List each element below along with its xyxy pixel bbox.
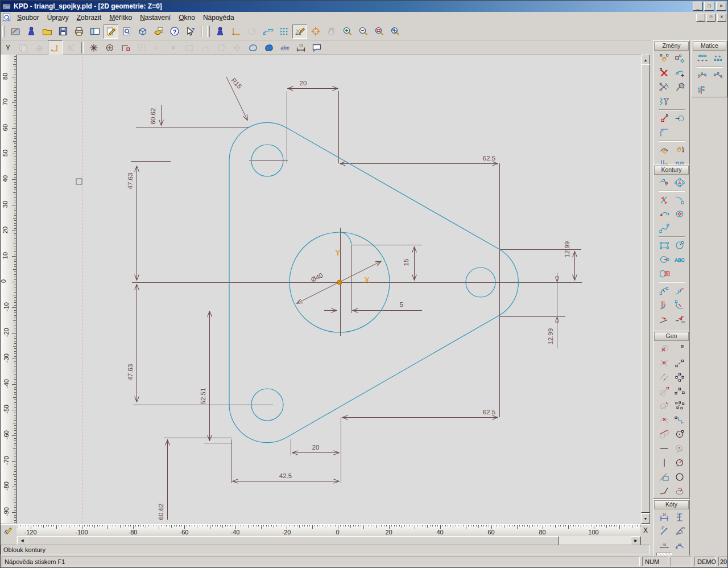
rebuild-hammer-button[interactable] bbox=[672, 80, 688, 94]
tangent-two-circles-button[interactable] bbox=[656, 427, 672, 441]
component-button[interactable] bbox=[24, 24, 39, 39]
menu-meritko[interactable]: Měřítko bbox=[105, 13, 136, 23]
contour-ellipse-m-button[interactable]: M bbox=[656, 266, 672, 281]
print-button[interactable] bbox=[72, 24, 86, 39]
rotate-element-button[interactable] bbox=[672, 142, 688, 157]
vertical-scroll-thumb[interactable] bbox=[641, 64, 650, 513]
mode-annotation-button[interactable] bbox=[309, 40, 324, 55]
contour-rectangle-button[interactable] bbox=[656, 238, 672, 252]
ruler-corner-tool[interactable] bbox=[1, 524, 16, 536]
dim-horizontal-button[interactable]: 10 bbox=[656, 510, 672, 524]
ortho-mode-button[interactable] bbox=[48, 40, 63, 55]
tangent-angle-button[interactable] bbox=[656, 398, 672, 413]
drag-arc-button[interactable] bbox=[656, 142, 672, 157]
horizontal-line-button[interactable] bbox=[656, 441, 672, 455]
move-node-button[interactable] bbox=[656, 111, 672, 125]
select-transform-button[interactable] bbox=[672, 51, 688, 65]
snap-point-button[interactable] bbox=[86, 40, 101, 55]
zoom-all-button[interactable] bbox=[388, 24, 403, 39]
contour-arc-end-button[interactable] bbox=[672, 192, 688, 207]
palette-koty-title[interactable]: Kóty bbox=[654, 500, 689, 509]
restore-button[interactable]: ❐ bbox=[704, 2, 714, 11]
context-help-button[interactable]: ? bbox=[183, 24, 198, 39]
toolbar-handle[interactable] bbox=[2, 26, 5, 37]
parallel-offset-button[interactable] bbox=[656, 370, 672, 384]
window-layout-button[interactable] bbox=[88, 24, 102, 39]
contour-text-button[interactable]: ABC bbox=[672, 252, 688, 266]
matrix-rect-button[interactable]: + + + bbox=[694, 51, 710, 65]
palette-matice-title[interactable]: Matice bbox=[693, 42, 726, 51]
zoom-out-button[interactable] bbox=[356, 24, 371, 39]
dim-angle-button[interactable]: 45 bbox=[672, 524, 688, 538]
mode-contour-button[interactable] bbox=[246, 40, 260, 55]
menu-nastaveni[interactable]: Nastavení bbox=[136, 13, 175, 23]
drawing-area[interactable]: Y X 20 62.5 62.5 20 42.5 5 47.63 47.63 5… bbox=[16, 55, 641, 524]
intersect-lines-button[interactable] bbox=[656, 356, 672, 370]
intersect-line-circle-button[interactable] bbox=[656, 341, 672, 356]
scroll-up-button[interactable]: ▲ bbox=[641, 55, 650, 65]
menu-soubor[interactable]: Soubor bbox=[13, 13, 43, 23]
matrix-arc-button[interactable] bbox=[710, 68, 726, 83]
mode-text-button[interactable]: abc bbox=[278, 40, 292, 55]
ellipse-geo-button[interactable] bbox=[672, 484, 688, 498]
model-button[interactable] bbox=[213, 24, 228, 39]
contour-iso-button[interactable]: ISO bbox=[672, 312, 688, 326]
snap-circle-button[interactable] bbox=[102, 40, 117, 55]
circle-plain-button[interactable] bbox=[672, 470, 688, 484]
intersect-curves-button[interactable] bbox=[656, 413, 672, 427]
menu-zobrazit[interactable]: Zobrazit bbox=[73, 13, 105, 23]
contour-ellipse-text-button[interactable]: A bbox=[672, 175, 688, 190]
filter-elements-button[interactable] bbox=[656, 94, 672, 108]
step-polyline-button[interactable] bbox=[672, 413, 688, 427]
delete-elements-button[interactable] bbox=[656, 65, 672, 80]
contour-circle-arrow-button[interactable] bbox=[656, 252, 672, 266]
contour-perpendicular-button[interactable] bbox=[656, 298, 672, 312]
zoom-in-button[interactable] bbox=[340, 24, 355, 39]
circle-points-button[interactable] bbox=[672, 370, 688, 384]
contour-circle-button[interactable] bbox=[672, 238, 688, 252]
contour-fillet-button[interactable] bbox=[672, 298, 688, 312]
scroll-down-button[interactable]: ▼ bbox=[641, 513, 650, 524]
close-button[interactable]: × bbox=[716, 2, 726, 11]
child-close-button[interactable]: × bbox=[717, 14, 726, 22]
palette-zmeny-title[interactable]: Změny bbox=[654, 42, 689, 51]
new-drawing-button[interactable] bbox=[8, 24, 23, 39]
contour-spline-button[interactable] bbox=[656, 221, 672, 235]
set-origin-button[interactable] bbox=[308, 24, 323, 39]
matrix-line-button[interactable] bbox=[694, 83, 710, 97]
palette-kontury-title[interactable]: Kontury bbox=[654, 166, 689, 175]
add-node-button[interactable] bbox=[672, 65, 688, 80]
line-2-points-button[interactable] bbox=[672, 356, 688, 370]
toolbar-handle[interactable] bbox=[207, 26, 210, 37]
mode-solid-button[interactable] bbox=[262, 40, 276, 55]
horizontal-scroll-thumb[interactable] bbox=[27, 536, 559, 545]
point-coords-button[interactable] bbox=[672, 341, 688, 356]
matrix-curve-button[interactable] bbox=[694, 68, 710, 83]
minimize-button[interactable]: _ bbox=[693, 2, 703, 11]
arc-3-points-button[interactable] bbox=[672, 384, 688, 398]
snap-corner-button[interactable] bbox=[118, 40, 133, 55]
rectangle-diagonal-button[interactable] bbox=[656, 470, 672, 484]
round-corner-button[interactable] bbox=[656, 125, 672, 139]
save-file-button[interactable] bbox=[56, 24, 71, 39]
help-button[interactable]: ? bbox=[167, 24, 182, 39]
edit-points-button[interactable] bbox=[276, 24, 291, 39]
angle-line-button[interactable] bbox=[656, 484, 672, 498]
selection-handle[interactable] bbox=[76, 179, 82, 184]
palette-geo-title[interactable]: Geo bbox=[654, 332, 689, 341]
circle-center-point-button[interactable] bbox=[672, 427, 688, 441]
zoom-window-button[interactable] bbox=[372, 24, 387, 39]
dim-aligned-button[interactable]: 10 bbox=[656, 524, 672, 538]
scroll-right-button[interactable]: ▶ bbox=[631, 536, 641, 545]
menu-upravy[interactable]: Úpravy bbox=[43, 13, 73, 23]
child-minimize-button[interactable]: _ bbox=[696, 14, 705, 22]
view-3d-button[interactable] bbox=[135, 24, 150, 39]
edit-2d-button[interactable] bbox=[104, 24, 118, 39]
circle-center-line-button[interactable] bbox=[672, 441, 688, 455]
child-restore-button[interactable]: ❐ bbox=[706, 14, 715, 22]
edit-dimensions-button[interactable]: 10 bbox=[292, 24, 307, 39]
contour-line-button[interactable] bbox=[656, 192, 672, 207]
export-button[interactable] bbox=[151, 24, 166, 39]
contour-angle-button[interactable] bbox=[656, 312, 672, 326]
coordinate-system-button[interactable] bbox=[229, 24, 243, 39]
